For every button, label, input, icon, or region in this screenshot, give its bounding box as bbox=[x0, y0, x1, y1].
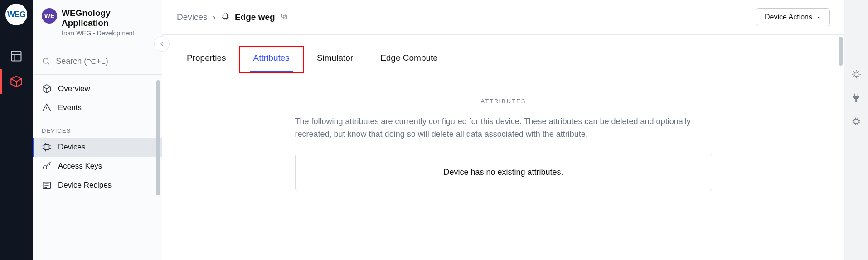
package-icon bbox=[10, 75, 23, 88]
sidebar-item-device-recipes[interactable]: Device Recipes bbox=[33, 176, 162, 195]
tab-attributes[interactable]: Attributes bbox=[240, 47, 303, 72]
chip-config-icon bbox=[851, 116, 861, 126]
brand-logo-text: WEG bbox=[7, 10, 25, 19]
search-input[interactable] bbox=[56, 57, 153, 66]
rail-item-dashboard[interactable] bbox=[0, 43, 33, 69]
divider-line bbox=[535, 101, 712, 101]
breadcrumb-current: Edge weg bbox=[235, 12, 275, 22]
tabs: Properties Attributes Simulator Edge Com… bbox=[173, 35, 834, 72]
nav-heading-devices: DEVICES bbox=[33, 117, 162, 138]
tab-properties[interactable]: Properties bbox=[173, 47, 240, 72]
svg-point-8 bbox=[854, 72, 858, 76]
icon-rail: WEG bbox=[0, 0, 33, 260]
plug-icon bbox=[851, 93, 861, 103]
empty-state: Device has no existing attributes. bbox=[295, 154, 712, 191]
svg-rect-0 bbox=[12, 52, 21, 61]
nav-label: Events bbox=[58, 103, 82, 112]
section-description: The following attributes are currently c… bbox=[295, 116, 712, 141]
sidebar-item-events[interactable]: Events bbox=[33, 98, 162, 117]
sidebar-item-access-keys[interactable]: Access Keys bbox=[33, 157, 162, 176]
scrollbar[interactable] bbox=[156, 80, 160, 195]
rail-power-button[interactable] bbox=[850, 91, 863, 104]
section-divider: ATTRIBUTES bbox=[295, 98, 712, 105]
device-actions-label: Device Actions bbox=[765, 13, 812, 21]
divider-line bbox=[295, 101, 472, 101]
nav-list: Overview Events DEVICES Devices Access K… bbox=[33, 75, 162, 195]
brand-logo[interactable]: WEG bbox=[5, 4, 27, 25]
nav-label: Overview bbox=[58, 84, 90, 93]
device-actions-button[interactable]: Device Actions bbox=[756, 8, 830, 26]
sidebar-collapse-button[interactable] bbox=[154, 36, 170, 52]
copy-button[interactable] bbox=[281, 12, 288, 22]
warning-icon bbox=[42, 103, 52, 113]
nav-label: Device Recipes bbox=[58, 181, 112, 190]
chevron-left-icon bbox=[158, 40, 165, 48]
search-icon bbox=[42, 56, 50, 66]
dashboard-icon bbox=[10, 50, 23, 63]
breadcrumb-root[interactable]: Devices bbox=[177, 12, 208, 22]
copy-icon bbox=[281, 13, 288, 20]
app-badge: WE bbox=[42, 8, 57, 24]
sidebar-header: WE WEGnology Application from WEG - Deve… bbox=[33, 0, 162, 46]
svg-point-3 bbox=[44, 166, 47, 169]
bug-icon bbox=[851, 69, 861, 79]
sidebar-item-devices[interactable]: Devices bbox=[33, 138, 162, 157]
device-chip-icon bbox=[221, 12, 229, 23]
key-icon bbox=[42, 161, 52, 171]
right-rail bbox=[844, 0, 868, 260]
breadcrumb-separator: › bbox=[213, 12, 216, 22]
nav-label: Access Keys bbox=[58, 162, 102, 171]
svg-rect-5 bbox=[223, 14, 227, 18]
section-heading: ATTRIBUTES bbox=[481, 98, 526, 105]
breadcrumb: Devices › Edge weg bbox=[177, 12, 288, 23]
chip-icon bbox=[42, 142, 52, 152]
svg-point-1 bbox=[43, 58, 48, 63]
cube-icon bbox=[42, 84, 52, 94]
sidebar: WE WEGnology Application from WEG - Deve… bbox=[33, 0, 162, 260]
search-wrap bbox=[33, 46, 162, 75]
nav-label: Devices bbox=[58, 143, 85, 152]
app-subtitle: from WEG - Development bbox=[62, 29, 153, 37]
tab-edge-compute[interactable]: Edge Compute bbox=[367, 47, 451, 72]
rail-item-packages[interactable] bbox=[0, 69, 33, 94]
scrollbar[interactable] bbox=[839, 37, 843, 66]
tab-simulator[interactable]: Simulator bbox=[303, 47, 367, 72]
rail-config-button[interactable] bbox=[850, 115, 863, 128]
caret-down-icon bbox=[816, 14, 821, 20]
main: Devices › Edge weg Device Actions Proper… bbox=[162, 0, 844, 260]
svg-rect-2 bbox=[44, 145, 49, 150]
search-box[interactable] bbox=[42, 56, 153, 66]
recipe-icon bbox=[42, 180, 52, 190]
topbar: Devices › Edge weg Device Actions bbox=[162, 0, 844, 35]
sidebar-item-overview[interactable]: Overview bbox=[33, 79, 162, 98]
content: Properties Attributes Simulator Edge Com… bbox=[162, 35, 844, 260]
app-title: WEGnology Application bbox=[62, 8, 153, 28]
attributes-section: ATTRIBUTES The following attributes are … bbox=[295, 98, 712, 191]
svg-rect-9 bbox=[854, 119, 858, 123]
rail-debug-button[interactable] bbox=[850, 68, 863, 81]
